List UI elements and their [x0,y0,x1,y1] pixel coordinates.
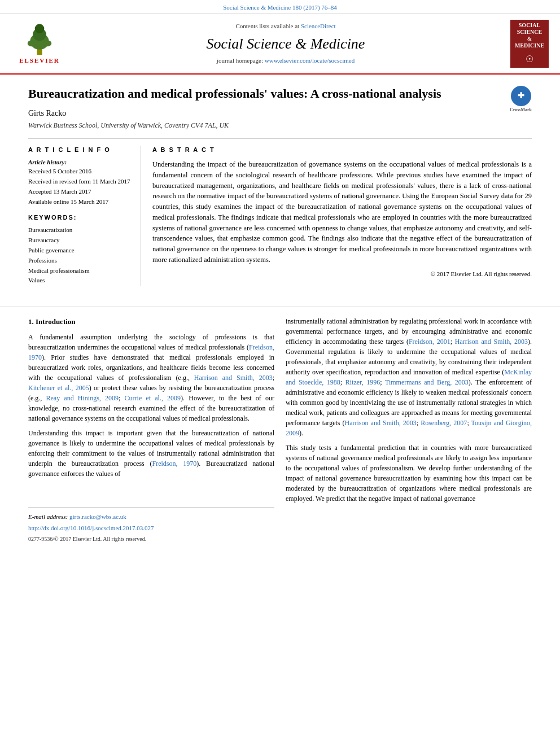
svg-point-3 [35,24,45,34]
abstract-title: A B S T R A C T [152,146,532,155]
journal-header-center: Contents lists available at ScienceDirec… [68,22,504,66]
keyword-6: Values [28,276,132,285]
article-info-abstract-container: A R T I C L E I N F O Article history: R… [28,138,532,286]
journal-info-text: Social Science & Medicine 180 (2017) 76–… [223,4,337,11]
intro-paragraph-2: Understanding this impact is important g… [28,428,274,479]
ref-ritzer[interactable]: Ritzer, 1996 [345,378,380,386]
contents-available-line: Contents lists available at ScienceDirec… [79,22,492,31]
article-header-section: Bureaucratization and medical profession… [0,75,560,298]
svg-point-5 [43,41,51,47]
science-direct-link[interactable]: ScienceDirect [301,23,336,29]
crossmark-icon: ✚ [511,86,531,106]
abstract-panel: A B S T R A C T Understanding the impact… [152,146,532,286]
doi-line: http://dx.doi.org/10.1016/j.socscimed.20… [28,523,274,533]
intro-paragraph-1: A fundamental assumption underlying the … [28,332,274,423]
received-date: Received 5 October 2016 [28,167,132,176]
right-paragraph-1: instrumentally rational administration b… [286,316,532,438]
ref-harrison-smith-2003[interactable]: Harrison and Smith, 2003 [194,374,273,382]
journal-homepage-line: journal homepage: www.elsevier.com/locat… [79,56,492,65]
available-online-date: Available online 15 March 2017 [28,198,132,207]
keyword-3: Public governance [28,246,132,255]
email-address-line: E-mail address: girts.racko@wbs.ac.uk [28,512,274,522]
author-affiliation: Warwick Business School, University of W… [28,121,532,130]
journal-title: Social Science & Medicine [79,33,492,55]
body-left-column: 1. Introduction A fundamental assumption… [28,316,274,543]
section-divider [0,307,560,307]
journal-header: ELSEVIER Contents lists available at Sci… [0,14,560,75]
author-email-link[interactable]: girts.racko@wbs.ac.uk [69,513,126,520]
homepage-url-link[interactable]: www.elsevier.com/locate/socscimed [265,57,355,64]
ref-freidson-1970b[interactable]: Freidson, 1970 [152,460,197,468]
ref-harrison-smith-2003c[interactable]: Harrison and Smith, 2003 [345,419,417,427]
elsevier-brand-text: ELSEVIER [19,56,60,65]
ref-timmermans[interactable]: Timmermans and Berg, 2003 [385,378,469,386]
article-title: Bureaucratization and medical profession… [28,86,532,102]
ref-reay-hinings[interactable]: Reay and Hinings, 2009 [46,394,119,402]
elsevier-logo: ELSEVIER [11,21,68,65]
keywords-label: Keywords: [28,213,132,222]
article-info-title: A R T I C L E I N F O [28,146,132,155]
keyword-1: Bureaucratization [28,226,132,235]
ref-kitchener[interactable]: Kitchener et al., 2005 [28,384,89,392]
author-name: Girts Racko [28,108,532,119]
journal-thumbnail-area: SOCIALSCIENCE&MEDICINE ☉ [504,20,549,68]
journal-thumbnail: SOCIALSCIENCE&MEDICINE ☉ [510,20,549,68]
thumbnail-title: SOCIALSCIENCE&MEDICINE [515,22,544,49]
article-body: 1. Introduction A fundamental assumption… [0,316,560,543]
abstract-text: Understanding the impact of the bureaucr… [152,159,532,265]
ref-freidson-1970[interactable]: Freidson, 1970 [28,343,274,361]
right-paragraph-2: This study tests a fundamental predictio… [286,443,532,504]
accepted-date: Accepted 13 March 2017 [28,187,132,196]
article-history: Article history: Received 5 October 2016… [28,158,132,207]
article-info-panel: A R T I C L E I N F O Article history: R… [28,146,141,286]
crossmark-label: CrossMark [510,107,532,113]
keywords-section: Keywords: Bureaucratization Bureaucracy … [28,213,132,286]
issn-line: 0277-9536/© 2017 Elsevier Ltd. All right… [28,535,274,543]
svg-point-4 [28,41,36,47]
history-label: Article history: [28,158,132,167]
elsevier-tree-icon [17,21,62,55]
revised-date: Received in revised form 11 March 2017 [28,177,132,186]
copyright-line: © 2017 Elsevier Ltd. All rights reserved… [152,270,532,279]
ref-currie[interactable]: Currie et al., 2009 [125,394,181,402]
journal-info-bar: Social Science & Medicine 180 (2017) 76–… [0,0,560,14]
keyword-4: Professions [28,256,132,265]
intro-heading: 1. Introduction [28,316,274,327]
keyword-5: Medical professionalism [28,267,132,276]
keyword-2: Bureaucracy [28,236,132,245]
ref-freidson-2001[interactable]: Freidson, 2001 [409,338,450,346]
ref-rosenberg[interactable]: Rosenberg, 2007 [421,419,467,427]
body-right-column: instrumentally rational administration b… [286,316,532,543]
ref-harrison-smith-2003b[interactable]: Harrison and Smith, 2003 [455,338,528,346]
crossmark-badge: ✚ CrossMark [510,86,532,113]
